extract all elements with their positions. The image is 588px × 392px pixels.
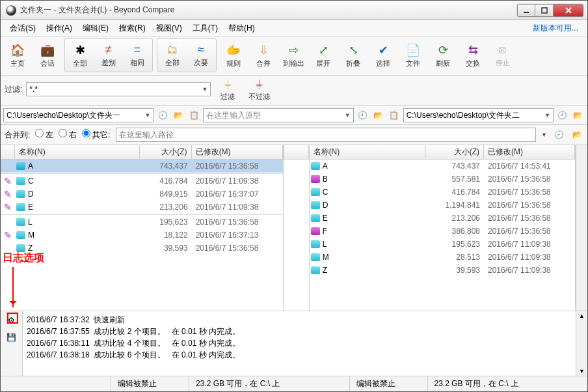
file-name: D xyxy=(323,201,328,210)
table-row[interactable]: F386,8082016/6/7 15:36:58 xyxy=(310,225,575,238)
home-button[interactable]: 🏠主页 xyxy=(3,40,32,71)
rules-button[interactable]: 🫱规则 xyxy=(219,40,248,71)
log-scrollbar[interactable]: ▲ ▼ xyxy=(576,311,587,376)
show-diff-button[interactable]: ≠差别 xyxy=(94,40,123,71)
files-button[interactable]: 📄文件 xyxy=(399,40,427,71)
merge-browse-button[interactable]: 📂 xyxy=(570,128,583,141)
minimize-button[interactable] xyxy=(517,4,535,17)
table-row[interactable]: L195,6232016/6/7 15:36:58 xyxy=(1,216,283,229)
chevron-down-icon[interactable]: ▼ xyxy=(541,132,547,138)
merge-history-button[interactable]: 🕘 xyxy=(552,128,565,141)
file-size: 28,513 xyxy=(432,253,484,262)
to-output-button[interactable]: ⇨到输出 xyxy=(279,40,308,71)
file-modified: 2016/6/7 15:36:58 xyxy=(192,244,283,253)
collapse-button[interactable]: ⤡折叠 xyxy=(339,40,368,71)
equal-icon: = xyxy=(134,43,141,57)
filter-row: 过滤: *.*▼ ⏚过滤 ⏚不过滤 xyxy=(1,76,587,106)
expand-button[interactable]: ⤢展开 xyxy=(309,40,338,71)
col-mod-header[interactable]: 已修改(M) xyxy=(192,145,283,159)
main-split: 名称(N) 大小(Z) 已修改(M) A743,4372016/6/7 15:3… xyxy=(1,145,587,311)
file-size: 743,437 xyxy=(432,161,484,171)
right-path-combo[interactable]: C:\Users\echo\Desktop\文件夹二▼ xyxy=(403,108,554,122)
log-text[interactable]: 2016/6/7 16:37:32 快速刷新2016/6/7 16:37:55 … xyxy=(23,311,576,376)
left-path-combo[interactable]: C:\Users\echo\Desktop\文件夹一▼ xyxy=(3,108,154,122)
menu-bar: 会话(S) 操作(A) 编辑(E) 搜索(R) 视图(V) 工具(T) 帮助(H… xyxy=(1,20,587,37)
no-filter-button[interactable]: ⏚不过滤 xyxy=(245,77,273,102)
table-row[interactable]: D1,194,8412016/6/7 15:36:58 xyxy=(310,199,575,212)
close-button[interactable] xyxy=(554,4,583,17)
right-history-button[interactable]: 🕘 xyxy=(556,109,569,122)
left-history-button[interactable]: 🕘 xyxy=(156,109,169,122)
session-button[interactable]: 💼会话 xyxy=(33,40,62,71)
check-icon: ✔ xyxy=(379,43,388,57)
left-copy-button[interactable]: 📋 xyxy=(187,109,200,122)
log-panel: ⚙ 💾 2016/6/7 16:37:32 快速刷新2016/6/7 16:37… xyxy=(1,311,587,376)
menu-session[interactable]: 会话(S) xyxy=(5,21,41,36)
show-same-button[interactable]: =相同 xyxy=(123,40,152,71)
folder-icon xyxy=(311,162,320,170)
swap-button[interactable]: ⇆交换 xyxy=(459,40,487,71)
file-size: 416,784 xyxy=(140,176,192,186)
stop-button[interactable]: ⦻停止 xyxy=(488,40,517,71)
table-row[interactable]: A743,4372016/6/7 14:53:41 xyxy=(310,160,575,173)
merge-left-radio[interactable]: 左 xyxy=(35,129,53,141)
col-name-header[interactable]: 名称(N) xyxy=(15,145,140,159)
right-file-list[interactable]: A743,4372016/6/7 14:53:41B557,5812016/6/… xyxy=(310,160,575,311)
col-name-header[interactable]: 名称(N) xyxy=(310,145,425,159)
minor-button[interactable]: ≈次要 xyxy=(187,40,215,71)
left-file-list[interactable]: A743,4372016/6/7 15:36:58✎C416,7842016/6… xyxy=(1,160,283,311)
file-size: 18,122 xyxy=(140,231,192,240)
table-row[interactable]: ✎M18,1222016/6/7 16:37:13 xyxy=(1,229,283,242)
merge-other-radio[interactable]: 其它: xyxy=(82,129,110,141)
vertical-scrollbar[interactable] xyxy=(576,145,587,311)
table-row[interactable]: Z39,5932016/6/7 11:09:38 xyxy=(310,264,575,277)
structure-all-button[interactable]: 🗂全部 xyxy=(158,40,187,71)
merge-right-radio[interactable]: 右 xyxy=(59,129,77,141)
table-row[interactable]: L195,6232016/6/7 11:09:38 xyxy=(310,238,575,251)
col-size-header[interactable]: 大小(Z) xyxy=(425,145,484,159)
center-copy-button[interactable]: 📋 xyxy=(388,109,401,122)
center-history-button[interactable]: 🕘 xyxy=(356,109,369,122)
left-browse-button[interactable]: 📂 xyxy=(172,109,185,122)
menu-edit[interactable]: 编辑(E) xyxy=(77,21,114,36)
menu-help[interactable]: 帮助(H) xyxy=(223,21,260,36)
col-mod-header[interactable]: 已修改(M) xyxy=(484,145,575,159)
menu-action[interactable]: 操作(A) xyxy=(41,21,77,36)
table-row[interactable]: B557,5812016/6/7 15:36:58 xyxy=(310,173,575,186)
apply-filter-button[interactable]: ⏚过滤 xyxy=(215,77,241,102)
table-row[interactable]: A743,4372016/6/7 15:36:58 xyxy=(1,160,283,173)
file-modified: 2016/6/7 15:36:58 xyxy=(484,227,575,236)
table-row[interactable]: Z39,5932016/6/7 15:36:58 xyxy=(1,242,283,255)
center-browse-button[interactable]: 📂 xyxy=(372,109,385,122)
menu-search[interactable]: 搜索(R) xyxy=(114,21,151,36)
file-size: 39,593 xyxy=(432,266,484,275)
table-row[interactable]: ✎E213,2062016/6/7 11:09:38 xyxy=(1,201,283,214)
show-all-button[interactable]: ✱全部 xyxy=(66,40,94,71)
chevron-down-icon: ▼ xyxy=(144,112,150,119)
maximize-button[interactable] xyxy=(535,4,554,17)
merge-button[interactable]: ⇩合并 xyxy=(249,40,278,71)
annotation-arrow xyxy=(12,267,14,307)
filter-combo[interactable]: *.*▼ xyxy=(26,82,211,96)
log-save-button[interactable]: 💾 xyxy=(5,331,18,344)
select-button[interactable]: ✔选择 xyxy=(369,40,397,71)
table-row[interactable]: ✎C416,7842016/6/7 11:09:38 xyxy=(1,175,283,188)
folder-icon xyxy=(311,227,320,235)
folder-icon xyxy=(311,240,320,248)
refresh-button[interactable]: ⟳刷新 xyxy=(429,40,457,71)
file-icon: 📄 xyxy=(406,43,420,57)
right-browse-button[interactable]: 📂 xyxy=(572,109,585,122)
update-link[interactable]: 新版本可用... xyxy=(528,21,583,36)
file-modified: 2016/6/7 16:37:07 xyxy=(192,189,283,199)
table-row[interactable]: E213,2062016/6/7 15:36:58 xyxy=(310,212,575,225)
menu-view[interactable]: 视图(V) xyxy=(151,21,187,36)
table-row[interactable]: C416,7842016/6/7 15:36:58 xyxy=(310,186,575,199)
folder-icon xyxy=(16,203,25,211)
col-size-header[interactable]: 大小(Z) xyxy=(140,145,192,159)
center-path-combo[interactable]: 在这里输入原型▼ xyxy=(203,108,353,122)
merge-path-input[interactable] xyxy=(116,128,536,142)
table-row[interactable]: ✎D849,9152016/6/7 16:37:07 xyxy=(1,188,283,201)
menu-tools[interactable]: 工具(T) xyxy=(187,21,223,36)
folder-icon xyxy=(16,190,25,198)
table-row[interactable]: M28,5132016/6/7 11:09:38 xyxy=(310,251,575,264)
